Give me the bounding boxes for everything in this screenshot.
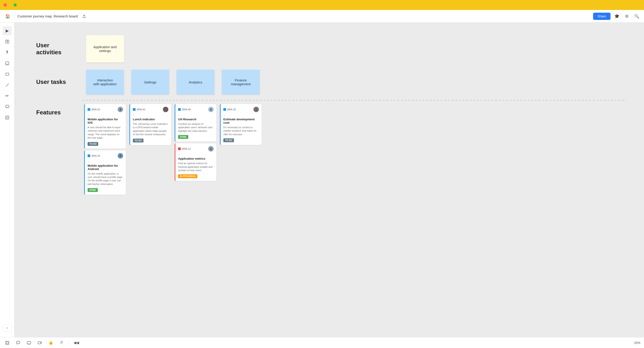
settings-icon[interactable]: ⚙ xyxy=(623,13,630,20)
finance-card[interactable]: Financemanagement xyxy=(222,70,260,94)
jira-32-icon xyxy=(223,108,226,111)
collapse-icon[interactable]: ◀◀ xyxy=(73,339,80,347)
sticky-note-tool[interactable] xyxy=(3,59,12,68)
jira-52-title: Mobile application for iOS xyxy=(88,118,123,124)
close-button[interactable] xyxy=(4,3,7,6)
user-tasks-label: User tasks xyxy=(32,72,82,92)
row-divider xyxy=(82,100,626,100)
jira-52-icon xyxy=(88,108,90,111)
jira-52-card[interactable]: JIRA-52 👤 ↓ Mobile application for iOS A… xyxy=(84,104,126,149)
svg-rect-2 xyxy=(6,73,9,75)
jira-45-desc: Conduct an analysis of application users… xyxy=(178,122,214,133)
finance-cell: Financemanagement xyxy=(218,66,264,98)
interaction-card[interactable]: Interactionwith application xyxy=(86,70,124,94)
svg-rect-5 xyxy=(6,116,9,119)
svg-rect-8 xyxy=(6,342,8,344)
frame-bottom-tool[interactable] xyxy=(4,339,11,347)
jira-25-card[interactable]: JIRA-25 👤 ↓ Mobile application for Andro… xyxy=(84,150,126,195)
svg-rect-6 xyxy=(6,117,8,118)
board-title: Customer journey map. Research board xyxy=(18,14,78,18)
home-button[interactable]: 🏠 xyxy=(4,12,12,20)
frame-tool[interactable] xyxy=(3,113,12,122)
jira-52-header: JIRA-52 👤 xyxy=(88,107,123,112)
priority-down-icon-4: ↓ xyxy=(223,113,225,117)
jira-45-id: JIRA-45 xyxy=(178,108,191,111)
features-col-2: JIRA-61 👤 ↑ Lunch indicator The «Amazing… xyxy=(128,102,173,147)
jira-12-priority: ↑ xyxy=(178,153,214,156)
maximize-button[interactable] xyxy=(14,3,17,6)
jira-52-id: JIRA-52 xyxy=(88,108,100,111)
user-activities-text: Useractivities xyxy=(36,42,61,56)
jira-61-status: TO DO xyxy=(133,139,144,142)
toolbar-separator xyxy=(14,13,15,19)
toolbar-left: 🏠 Customer journey map. Research board xyxy=(4,12,593,20)
jira-45-id-text: JIRA-45 xyxy=(182,108,191,111)
pen-tool[interactable]: ✏ xyxy=(3,91,12,100)
zoom-add-button[interactable]: + xyxy=(3,325,12,332)
jira-25-desc: On the mobile application, a user should… xyxy=(88,172,123,186)
jira-45-card[interactable]: JIRA-45 👤 ↓ UX-Research Conduct an analy… xyxy=(175,104,216,142)
jira-25-title: Mobile application for Android xyxy=(88,164,123,171)
jira-61-title: Lunch indicator xyxy=(133,118,168,121)
board-container: Useractivities Application and settings … xyxy=(14,23,644,206)
jira-25-status: DONE xyxy=(88,188,98,192)
analytics-cell: Analytics xyxy=(173,66,218,98)
user-tasks-row: User tasks Interactionwith application S… xyxy=(32,66,626,98)
text-tool[interactable]: T xyxy=(3,48,12,57)
jira-45-icon xyxy=(178,108,181,111)
jira-12-avatar: 👤 xyxy=(208,146,214,151)
jira-32-status: TO DO xyxy=(223,138,234,142)
jira-25-id-text: JIRA-25 xyxy=(91,154,100,157)
jira-45-header: JIRA-45 👤 xyxy=(178,107,214,112)
minimize-button[interactable] xyxy=(8,3,12,6)
cursor-tool[interactable]: ▶ xyxy=(3,26,12,35)
timer-tool[interactable]: ⏱ xyxy=(58,339,65,347)
jira-52-avatar: 👤 xyxy=(118,107,123,112)
settings-cell: Settings xyxy=(128,66,173,98)
comment-bottom-tool[interactable] xyxy=(14,339,22,347)
jira-52-desc: A user should be able to input minimum a… xyxy=(88,126,123,140)
analytics-card[interactable]: Analytics xyxy=(176,70,214,94)
settings-card[interactable]: Settings xyxy=(131,70,169,94)
left-sidebar: ▶ T ✏ + xyxy=(0,23,14,337)
user-activities-label: Useractivities xyxy=(32,35,82,63)
search-icon[interactable]: 🔍 xyxy=(633,13,640,20)
canvas-area: Useractivities Application and settings … xyxy=(14,23,644,337)
video-tool[interactable] xyxy=(36,339,44,347)
like-tool[interactable]: 👍 xyxy=(47,339,54,347)
jira-61-card[interactable]: JIRA-61 👤 ↑ Lunch indicator The «Amazing… xyxy=(130,104,171,145)
jira-61-id: JIRA-61 xyxy=(133,108,146,111)
priority-up-icon-2: ↑ xyxy=(178,153,180,156)
jira-32-card[interactable]: JIRA-32 👤 ↓ Estimate development cost It… xyxy=(220,104,262,145)
jira-12-card[interactable]: JIRA-12 👤 ↑ Application metrics Find an … xyxy=(175,143,216,181)
learn-icon[interactable]: 🎓 xyxy=(613,13,620,20)
svg-line-3 xyxy=(6,84,8,86)
rectangle-tool[interactable] xyxy=(3,70,12,79)
jira-32-header: JIRA-32 👤 xyxy=(223,107,259,112)
upload-tool[interactable] xyxy=(3,37,12,46)
jira-32-desc: It's necessary to conduct a market resea… xyxy=(223,126,259,136)
jira-25-icon xyxy=(88,154,90,157)
app-settings-sticky[interactable]: Application and settings xyxy=(86,35,124,62)
share-button[interactable]: Share xyxy=(593,13,610,20)
upload-button[interactable] xyxy=(80,13,88,20)
jira-52-status: TO DO xyxy=(88,142,98,146)
comment-tool[interactable] xyxy=(3,102,12,111)
priority-up-icon: ↑ xyxy=(133,113,134,117)
jira-61-priority: ↑ xyxy=(133,113,168,117)
jira-12-id: JIRA-12 xyxy=(178,147,191,150)
jira-12-status: IN PROGRESS xyxy=(178,174,197,178)
app-settings-cell: Application and settings xyxy=(82,32,128,66)
jira-61-desc: The «Amazing Lunch Indicator» is a GPS-b… xyxy=(133,122,168,136)
features-text: Features xyxy=(36,109,61,116)
priority-down-icon-2: ↓ xyxy=(88,160,89,163)
line-tool[interactable] xyxy=(3,80,12,89)
toolbar-right: Share 🎓 ⚙ 🔍 xyxy=(593,13,640,20)
present-tool[interactable] xyxy=(25,339,32,347)
jira-32-priority: ↓ xyxy=(223,113,259,117)
bottom-bar: 👍 ⏱ ◀◀ 33% xyxy=(0,337,644,348)
toolbar: 🏠 Customer journey map. Research board S… xyxy=(0,10,644,23)
features-row: Features JIRA-52 👤 xyxy=(32,102,626,197)
jira-12-desc: Find an optimal metrics for tracking app… xyxy=(178,162,214,172)
jira-25-priority: ↓ xyxy=(88,160,123,163)
